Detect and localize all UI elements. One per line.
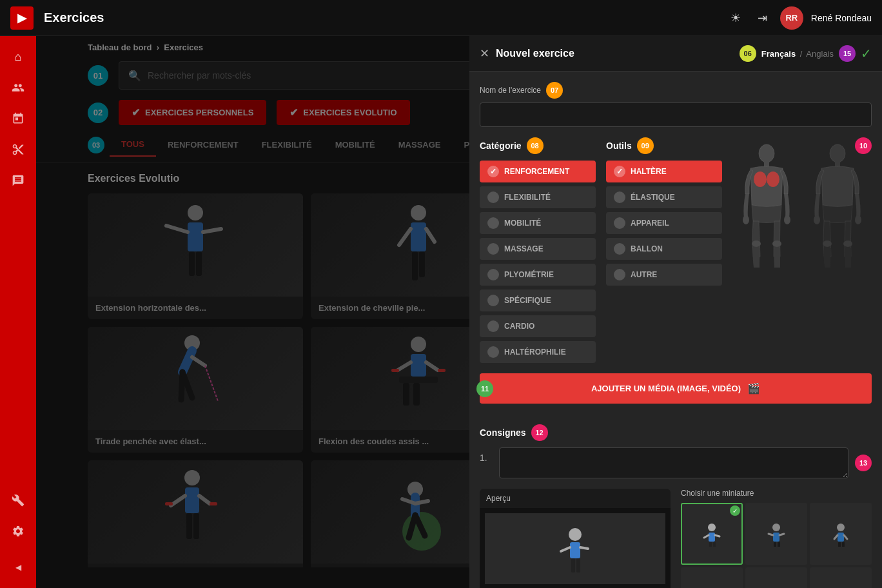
category-label: Catégorie 08: [480, 137, 596, 154]
tool-check-appareil: [614, 217, 625, 229]
media-icon: 🎬: [747, 382, 760, 395]
instructions-area: Consignes 12 1. 13: [480, 424, 872, 478]
instruction-row-1: 1. 13: [480, 447, 872, 478]
svg-point-48: [752, 240, 761, 247]
modal: ✕ Nouvel exercice 06 Français / Anglais …: [469, 36, 882, 588]
thumbnail-item-3[interactable]: [810, 503, 872, 565]
cat-item-halterophilie[interactable]: HALTÉROPHILIE: [480, 341, 596, 363]
sidebar-item-tools[interactable]: [5, 487, 31, 513]
sidebar-item-scissors[interactable]: [5, 137, 31, 162]
tool-check-haltere: ✓: [614, 166, 625, 177]
avatar[interactable]: RR: [780, 6, 803, 30]
svg-rect-51: [835, 161, 840, 166]
svg-point-74: [837, 524, 845, 531]
main-content: Tableau de bord › Exercices 01 🔍 02 ✔ EX…: [36, 36, 882, 588]
modal-overlay: ✕ Nouvel exercice 06 Français / Anglais …: [36, 36, 882, 588]
cat-check-specifique: [487, 295, 499, 306]
cat-check-flexibilite: [487, 191, 499, 203]
sidebar-item-users[interactable]: [5, 75, 31, 101]
sidebar-collapse-button[interactable]: ◀: [5, 554, 31, 580]
body-front-svg: [738, 144, 796, 270]
svg-rect-73: [778, 542, 780, 547]
svg-rect-43: [764, 161, 769, 166]
logout-icon[interactable]: ⇥: [753, 8, 772, 28]
modal-body: Nom de l'exercice 07 Catégorie 08: [469, 72, 882, 588]
sidebar-item-settings[interactable]: [5, 518, 31, 544]
tool-item-ballon[interactable]: BALLON: [606, 238, 722, 260]
svg-rect-69: [773, 533, 779, 542]
svg-line-64: [704, 535, 709, 538]
step-badge-07: 07: [546, 82, 563, 99]
svg-rect-59: [576, 558, 580, 573]
thumbnail-item-5[interactable]: [745, 567, 807, 588]
svg-rect-66: [709, 542, 712, 547]
tool-check-elastique: [614, 191, 625, 203]
video-thumbnail-preview: [485, 513, 665, 584]
cat-item-plyometrie[interactable]: PLYOMÉTRIE: [480, 264, 596, 286]
user-name: René Rondeau: [811, 13, 872, 23]
cat-item-massage[interactable]: MASSAGE: [480, 238, 596, 260]
step-badge-13: 13: [855, 455, 872, 471]
cat-check-renforcement: ✓: [487, 166, 499, 177]
tool-item-haltere[interactable]: ✓ HALTÈRE: [606, 161, 722, 182]
cat-item-cardio[interactable]: CARDIO: [480, 315, 596, 337]
cat-item-renforcement[interactable]: ✓ RENFORCEMENT: [480, 161, 596, 182]
tools-column: Outils 09 ✓ HALTÈRE ÉLASTIQUE: [606, 137, 722, 363]
video-person-preview: [549, 523, 601, 574]
svg-point-52: [814, 215, 820, 224]
step-badge-11: 11: [476, 380, 493, 397]
svg-rect-57: [570, 542, 580, 558]
svg-line-65: [715, 535, 720, 536]
svg-point-46: [743, 215, 749, 224]
svg-rect-58: [571, 558, 575, 573]
thumbnail-item-4[interactable]: [681, 567, 743, 588]
body-back-svg: [808, 144, 867, 270]
cat-item-specifique[interactable]: SPÉCIFIQUE: [480, 289, 596, 311]
tool-item-autre[interactable]: AUTRE: [606, 264, 722, 286]
exercise-name-input[interactable]: [480, 103, 872, 127]
svg-rect-75: [838, 533, 844, 542]
sidebar-item-calendar[interactable]: [5, 106, 31, 132]
sidebar-item-messages[interactable]: [5, 168, 31, 193]
tool-check-autre: [614, 269, 625, 280]
svg-rect-78: [838, 542, 841, 547]
tools-list: ✓ HALTÈRE ÉLASTIQUE APPAREIL: [606, 161, 722, 286]
form-row-cat-tools: Catégorie 08 ✓ RENFORCEMENT FL: [480, 137, 872, 363]
modal-header-left: ✕ Nouvel exercice: [480, 46, 574, 61]
thumbnail-item-6[interactable]: [810, 567, 872, 588]
step-badge-06: 06: [740, 45, 756, 62]
svg-point-55: [843, 240, 852, 247]
body-diagram[interactable]: [732, 137, 872, 276]
tool-item-appareil[interactable]: APPAREIL: [606, 212, 722, 234]
thumbnail-item-1[interactable]: ✓: [681, 503, 743, 565]
modal-close-button[interactable]: ✕: [480, 46, 489, 61]
svg-line-70: [769, 534, 773, 535]
logo[interactable]: ▶: [10, 6, 34, 30]
add-media-button[interactable]: AJOUTER UN MÉDIA (IMAGE, VIDÉO) 🎬: [480, 373, 872, 404]
sidebar: ⌂ ◀: [0, 36, 36, 588]
svg-point-47: [784, 215, 790, 224]
exercise-name-label: Nom de l'exercice: [480, 86, 541, 95]
cat-check-mobilite: [487, 217, 499, 229]
thumbnail-section: Choisir une miniature ✓: [681, 489, 872, 588]
thumbnail-grid: ✓: [681, 503, 872, 588]
sidebar-item-home[interactable]: ⌂: [5, 44, 31, 70]
modal-confirm-button[interactable]: ✓: [861, 46, 872, 61]
svg-point-42: [759, 144, 774, 162]
cat-item-mobilite[interactable]: MOBILITÉ: [480, 212, 596, 234]
body-diagram-area: 10: [732, 137, 872, 363]
svg-line-71: [779, 534, 784, 535]
tool-check-ballon: [614, 243, 625, 255]
category-list: ✓ RENFORCEMENT FLEXIBILITÉ MOBILITÉ: [480, 161, 596, 363]
instruction-input-1[interactable]: [499, 447, 848, 478]
step-badge-15: 15: [839, 45, 856, 62]
thumbnail-item-2[interactable]: [745, 503, 807, 565]
sun-icon[interactable]: ☀: [726, 8, 745, 28]
tool-item-elastique[interactable]: ÉLASTIQUE: [606, 186, 722, 208]
svg-line-60: [561, 547, 570, 551]
cat-check-cardio: [487, 320, 499, 332]
svg-rect-72: [774, 542, 776, 547]
instruction-num-1: 1.: [480, 447, 493, 463]
cat-check-plyometrie: [487, 269, 499, 280]
cat-item-flexibilite[interactable]: FLEXIBILITÉ: [480, 186, 596, 208]
